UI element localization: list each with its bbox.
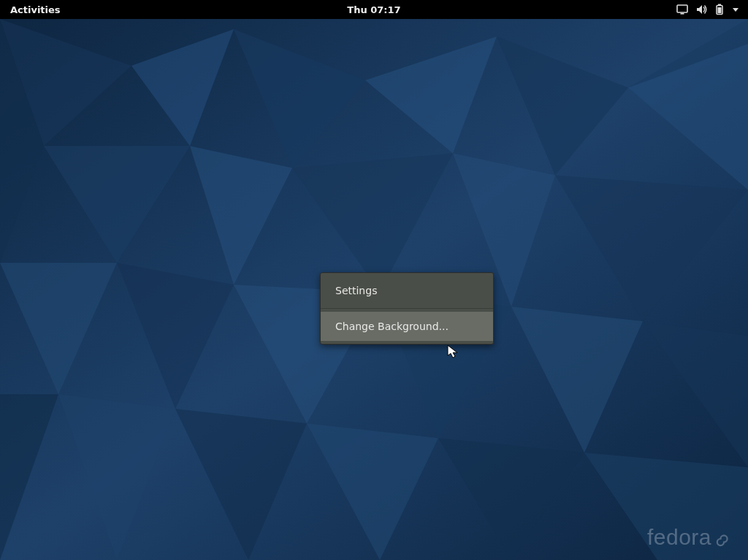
screen-icon[interactable] (676, 4, 688, 15)
svg-rect-30 (718, 4, 721, 6)
activities-button[interactable]: Activities (0, 4, 71, 15)
svg-marker-28 (697, 5, 702, 14)
svg-rect-27 (681, 13, 684, 15)
volume-icon[interactable] (695, 4, 707, 15)
clock[interactable]: Thu 07:17 (347, 4, 400, 15)
system-tray[interactable] (676, 4, 748, 15)
chevron-down-icon[interactable] (732, 6, 739, 13)
menu-item-change-background[interactable]: Change Background... (321, 312, 493, 341)
desktop-context-menu: Settings Change Background... (320, 272, 494, 345)
fedora-logo-icon (716, 531, 732, 547)
menu-separator (321, 308, 493, 309)
menu-item-label: Settings (335, 285, 377, 296)
svg-marker-32 (733, 8, 739, 12)
svg-rect-31 (718, 7, 722, 13)
watermark-text: fedora (647, 525, 711, 550)
battery-icon[interactable] (714, 4, 725, 15)
clock-text: Thu 07:17 (347, 4, 400, 15)
menu-item-settings[interactable]: Settings (321, 276, 493, 305)
distro-watermark: fedora (647, 525, 732, 550)
top-bar: Activities Thu 07:17 (0, 0, 748, 19)
svg-rect-26 (677, 5, 687, 12)
activities-label: Activities (10, 4, 61, 15)
menu-item-label: Change Background... (335, 321, 449, 332)
